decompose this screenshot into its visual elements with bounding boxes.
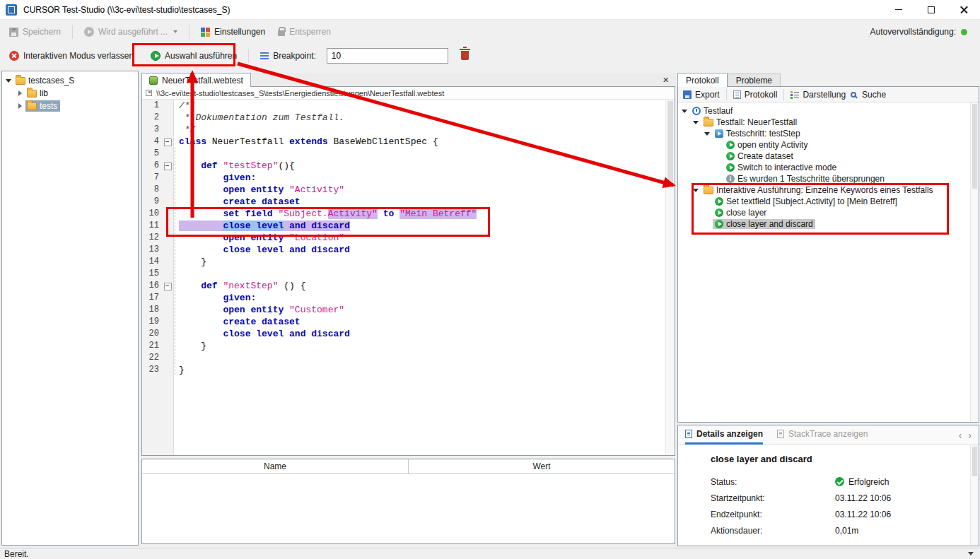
code-line[interactable]: 8 open entity "Activity" bbox=[142, 184, 675, 196]
code-line[interactable]: 2 * Dokumentation zum Testfall. bbox=[142, 112, 675, 124]
protocol-tree-item[interactable]: Testfall: NeuerTestfall bbox=[678, 117, 979, 128]
code-line[interactable]: 23} bbox=[142, 364, 675, 376]
file-tree-label: lib bbox=[40, 88, 48, 98]
collapse-icon[interactable] bbox=[5, 77, 12, 84]
tab-probleme[interactable]: Probleme bbox=[728, 73, 781, 87]
collapse-icon[interactable] bbox=[692, 119, 699, 126]
protocol-tree-item[interactable]: Testlauf bbox=[678, 105, 979, 117]
code-line[interactable]: 14 } bbox=[142, 256, 675, 268]
maximize-editor-icon[interactable] bbox=[146, 90, 152, 96]
close-window-button[interactable] bbox=[947, 0, 980, 19]
tree-node[interactable]: testcases_S bbox=[14, 75, 77, 86]
file-tree-item-testcases_S[interactable]: testcases_S bbox=[2, 74, 138, 87]
code-line[interactable]: 6 def "testStep"(){ bbox=[142, 160, 675, 172]
run-selection-button[interactable]: Auswahl ausführen bbox=[146, 49, 242, 63]
details-scrollbar[interactable] bbox=[970, 445, 979, 546]
expander-spacer bbox=[704, 209, 711, 216]
next-icon[interactable]: › bbox=[968, 430, 972, 441]
code-line[interactable]: 4class NeuerTestfall extends BaseWebClie… bbox=[142, 136, 675, 148]
details-nav: ‹ › bbox=[959, 425, 972, 445]
expand-icon[interactable] bbox=[16, 102, 23, 110]
protocol-tree-item[interactable]: open entity Activity bbox=[678, 139, 979, 151]
protocol-tree-item[interactable]: close layer and discard bbox=[678, 218, 979, 230]
code-line[interactable]: 16 def "nextStep" () { bbox=[142, 280, 675, 292]
expander-spacer bbox=[715, 164, 722, 171]
tree-node[interactable]: Testschritt: testStep bbox=[713, 129, 803, 139]
code-line[interactable]: 18 open entity "Customer" bbox=[142, 304, 675, 316]
tree-node[interactable]: close layer and discard bbox=[713, 219, 815, 229]
code-line[interactable]: 9 create dataset bbox=[142, 196, 675, 208]
code-line[interactable]: 17 given: bbox=[142, 292, 675, 304]
tab-details-anzeigen[interactable]: Details anzeigen bbox=[685, 425, 763, 445]
fold-collapse-icon[interactable] bbox=[163, 160, 173, 172]
protocol-tree-item[interactable]: Interaktive Ausführung: Einzelne Keyword… bbox=[678, 184, 979, 196]
tab-protokoll[interactable]: Protokoll bbox=[677, 73, 728, 87]
tree-node[interactable]: tests bbox=[25, 100, 60, 112]
minimize-button[interactable] bbox=[882, 0, 915, 19]
prev-icon[interactable]: ‹ bbox=[959, 430, 962, 441]
tree-node[interactable]: Set textfield [Subject.Activity] to [Mei… bbox=[713, 196, 899, 206]
code-line[interactable]: 15 bbox=[142, 268, 675, 280]
collapse-icon[interactable] bbox=[692, 187, 699, 194]
protocol-tree-item[interactable]: Es wurden 1 Testschritte übersprungen bbox=[678, 173, 979, 184]
code-line[interactable]: 7 given: bbox=[142, 172, 675, 184]
tree-node[interactable]: Testfall: NeuerTestfall bbox=[701, 117, 799, 127]
status-caret-icon[interactable] bbox=[968, 552, 974, 555]
unlock-button[interactable]: Entsperren bbox=[273, 25, 336, 39]
expand-icon[interactable] bbox=[16, 90, 23, 97]
settings-button[interactable]: Einstellungen bbox=[196, 25, 270, 39]
code-line[interactable]: 20 close level and discard bbox=[142, 328, 675, 340]
code-line[interactable]: 21 } bbox=[142, 340, 675, 352]
code-line[interactable]: 1/** bbox=[142, 100, 675, 112]
collapse-icon[interactable] bbox=[704, 130, 711, 137]
breakpoint-input[interactable] bbox=[327, 48, 448, 64]
save-button[interactable]: Speichern bbox=[4, 25, 66, 39]
code-line[interactable]: 10 set field "Subject.Activity" to "Mein… bbox=[142, 208, 675, 220]
code-text: * Dokumentation zum Testfall. bbox=[173, 112, 344, 124]
fold-gutter bbox=[163, 148, 173, 160]
tree-node[interactable]: Switch to interactive mode bbox=[724, 163, 839, 172]
protocol-filter-button[interactable]: Protokoll bbox=[733, 90, 778, 100]
tree-node[interactable]: Es wurden 1 Testschritte übersprungen bbox=[724, 174, 887, 184]
protocol-tree-item[interactable]: close layer bbox=[678, 207, 979, 218]
protocol-tree-item[interactable]: Testschritt: testStep bbox=[678, 128, 979, 139]
search-button[interactable]: Suche bbox=[851, 90, 886, 100]
darstellung-button[interactable]: Darstellung bbox=[791, 90, 846, 100]
column-header-name[interactable]: Name bbox=[142, 459, 409, 473]
code-line[interactable]: 13 close level and discard bbox=[142, 244, 675, 256]
code-area[interactable]: 1/**2 * Dokumentation zum Testfall.3 */4… bbox=[142, 100, 675, 456]
file-tree-item-tests[interactable]: tests bbox=[2, 100, 138, 112]
tree-node[interactable]: open entity Activity bbox=[724, 140, 810, 150]
code-line[interactable]: 5 bbox=[142, 148, 675, 160]
code-line[interactable]: 3 */ bbox=[142, 124, 675, 136]
trash-icon[interactable] bbox=[461, 51, 469, 60]
column-header-wert[interactable]: Wert bbox=[409, 459, 675, 473]
protocol-scrollbar[interactable] bbox=[970, 102, 979, 422]
protocol-tree-item[interactable]: Set textfield [Subject.Activity] to [Mei… bbox=[678, 196, 979, 207]
code-line[interactable]: 22 bbox=[142, 352, 675, 364]
close-editor-icon[interactable]: × bbox=[655, 73, 676, 87]
tab-stacktrace-anzeigen[interactable]: StackTrace anzeigen bbox=[777, 425, 868, 445]
tree-node[interactable]: lib bbox=[25, 88, 51, 99]
editor-tab-neuertestfall[interactable]: NeuerTestfall.webtest bbox=[141, 73, 251, 87]
running-button[interactable]: Wird ausgeführt ... bbox=[79, 25, 182, 39]
code-line[interactable]: 12 open entity "Location" bbox=[142, 232, 675, 244]
fold-collapse-icon[interactable] bbox=[163, 280, 173, 292]
collapse-icon[interactable] bbox=[681, 107, 688, 114]
code-token: open entity bbox=[223, 233, 284, 243]
tree-node[interactable]: Interaktive Ausführung: Einzelne Keyword… bbox=[701, 185, 935, 195]
tree-node[interactable]: close layer bbox=[713, 208, 769, 218]
tree-node[interactable]: Create dataset bbox=[724, 151, 795, 161]
scrollbar-thumb[interactable] bbox=[972, 447, 977, 476]
protocol-tree-item[interactable]: Switch to interactive mode bbox=[678, 162, 979, 173]
scrollbar-thumb[interactable] bbox=[972, 104, 977, 189]
code-line[interactable]: 19 create dataset bbox=[142, 316, 675, 328]
maximize-button[interactable] bbox=[915, 0, 947, 19]
export-button[interactable]: Export bbox=[683, 90, 720, 100]
file-tree-item-lib[interactable]: lib bbox=[2, 87, 138, 100]
protocol-tree-item[interactable]: Create dataset bbox=[678, 151, 979, 162]
leave-interactive-mode-button[interactable]: Interaktiven Modus verlassen bbox=[4, 49, 139, 63]
fold-collapse-icon[interactable] bbox=[163, 136, 173, 148]
tree-node[interactable]: Testlauf bbox=[690, 106, 735, 116]
code-line[interactable]: 11 close level and discard bbox=[142, 220, 675, 232]
